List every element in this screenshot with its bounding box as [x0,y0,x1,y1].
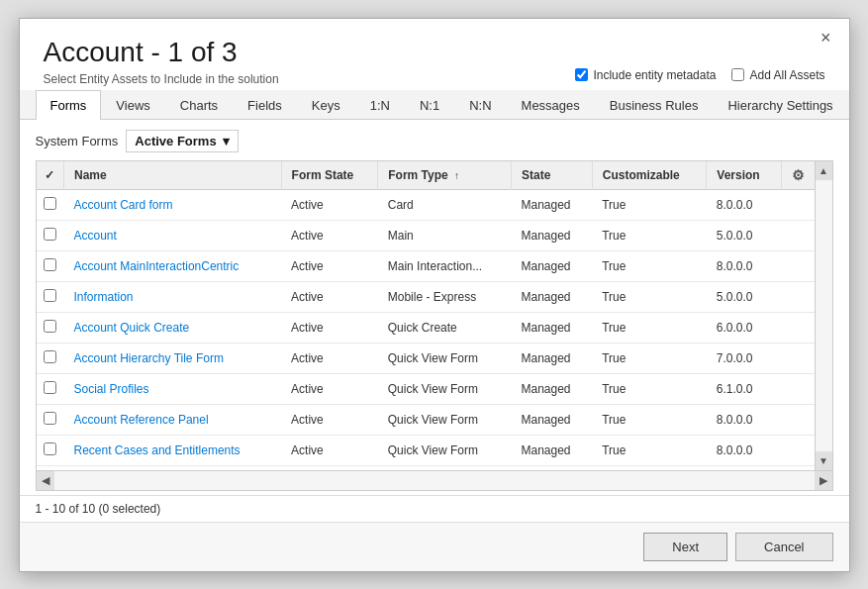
row-name-3: Information [64,281,282,312]
row-checkbox-8[interactable] [44,442,56,455]
row-checkbox-2[interactable] [44,258,56,271]
table-row: Account Reference Panel Active Quick Vie… [37,404,815,435]
tab-views[interactable]: Views [101,90,164,120]
col-form-state[interactable]: Form State [281,161,378,190]
row-name-link-6[interactable]: Social Profiles [74,382,149,396]
row-name-link-2[interactable]: Account MainInteractionCentric [74,259,240,273]
row-name-link-3[interactable]: Information [74,290,134,304]
row-checkbox-4[interactable] [44,320,56,333]
row-name-0: Account Card form [64,189,282,220]
table-row: Account Hierarchy Tile Form Active Quick… [37,343,815,373]
table-inner[interactable]: ✓ Name Form State Form Type ↑ State Cust… [36,160,816,471]
scroll-left-button[interactable]: ◀ [37,471,54,490]
row-name-link-0[interactable]: Account Card form [74,198,173,212]
row-settings-8 [781,435,815,465]
row-checkbox-cell[interactable] [37,189,64,220]
scroll-right-button[interactable]: ▶ [815,471,832,490]
row-customizable-5: True [592,343,707,373]
add-all-assets-text: Add All Assets [749,68,824,82]
row-name-link-1[interactable]: Account [74,229,117,243]
row-customizable-4: True [592,312,707,343]
tab-hierarchy-settings[interactable]: Hierarchy Settings [713,90,847,120]
tab-forms[interactable]: Forms [36,90,102,120]
row-name-2: Account MainInteractionCentric [64,250,282,281]
row-checkbox-3[interactable] [44,289,56,302]
scroll-up-button[interactable]: ▲ [816,161,832,180]
row-form-state-1: Active [281,220,378,250]
tab-charts[interactable]: Charts [165,90,233,120]
row-name-link-7[interactable]: Account Reference Panel [74,413,209,427]
row-customizable-1: True [592,220,707,250]
row-settings-5 [781,343,815,373]
row-version-6: 6.1.0.0 [707,373,781,404]
row-name-5: Account Hierarchy Tile Form [64,343,282,373]
dialog-options: Include entity metadata Add All Assets [20,68,849,90]
scroll-down-button[interactable]: ▼ [816,451,832,470]
scroll-track[interactable] [54,473,815,487]
col-check[interactable]: ✓ [37,161,64,190]
col-settings[interactable]: ⚙ [781,161,815,190]
include-metadata-label[interactable]: Include entity metadata [575,68,716,82]
row-name-link-4[interactable]: Account Quick Create [74,321,190,335]
forms-table: ✓ Name Form State Form Type ↑ State Cust… [37,161,815,466]
tab-fields[interactable]: Fields [233,90,297,120]
row-checkbox-cell[interactable] [37,281,64,312]
row-form-type-8: Quick View Form [378,435,512,465]
col-customizable[interactable]: Customizable [592,161,707,190]
row-settings-6 [781,373,815,404]
add-all-assets-label[interactable]: Add All Assets [731,68,824,82]
row-version-4: 6.0.0.0 [707,312,781,343]
row-state-3: Managed [511,281,592,312]
filter-dropdown-label: Active Forms [135,134,216,148]
row-customizable-3: True [592,281,707,312]
row-settings-0 [781,189,815,220]
row-state-4: Managed [511,312,592,343]
row-state-1: Managed [511,220,592,250]
tab-1n[interactable]: 1:N [355,90,405,120]
active-forms-dropdown[interactable]: Active Forms ▾ [126,130,238,152]
status-text: 1 - 10 of 10 (0 selected) [36,502,161,516]
row-checkbox-cell[interactable] [37,435,64,465]
row-checkbox-6[interactable] [44,381,56,394]
row-name-link-8[interactable]: Recent Cases and Entitlements [74,443,241,457]
row-checkbox-0[interactable] [44,197,56,210]
row-checkbox-5[interactable] [44,350,56,363]
col-form-type[interactable]: Form Type ↑ [378,161,512,190]
next-button[interactable]: Next [643,533,727,561]
tab-business-rules[interactable]: Business Rules [595,90,714,120]
row-form-state-5: Active [281,343,378,373]
table-scroll-area: ✓ Name Form State Form Type ↑ State Cust… [36,160,833,471]
col-version[interactable]: Version [707,161,781,190]
table-row: Information Active Mobile - Express Mana… [37,281,815,312]
row-version-3: 5.0.0.0 [707,281,781,312]
row-form-type-1: Main [378,220,512,250]
close-button[interactable]: × [815,27,837,49]
tab-keys[interactable]: Keys [297,90,355,120]
tab-nn[interactable]: N:N [454,90,506,120]
footer: Next Cancel [20,522,849,571]
row-checkbox-cell[interactable] [37,343,64,373]
row-checkbox-1[interactable] [44,228,56,241]
tab-n1[interactable]: N:1 [405,90,454,120]
tab-messages[interactable]: Messages [507,90,595,120]
row-checkbox-cell[interactable] [37,373,64,404]
row-name-4: Account Quick Create [64,312,282,343]
row-customizable-2: True [592,250,707,281]
add-all-assets-checkbox[interactable] [731,68,744,81]
cancel-button[interactable]: Cancel [735,533,832,561]
dropdown-chevron-icon: ▾ [223,134,230,148]
row-checkbox-7[interactable] [44,412,56,425]
row-name-link-5[interactable]: Account Hierarchy Tile Form [74,351,224,365]
row-checkbox-cell[interactable] [37,312,64,343]
col-state[interactable]: State [511,161,592,190]
row-checkbox-cell[interactable] [37,220,64,250]
row-checkbox-cell[interactable] [37,250,64,281]
table-body: Account Card form Active Card Managed Tr… [37,189,815,465]
settings-gear-icon[interactable]: ⚙ [792,167,805,183]
include-metadata-checkbox[interactable] [575,68,588,81]
dialog-title: Account - 1 of 3 [44,37,825,68]
row-name-8: Recent Cases and Entitlements [64,435,282,465]
row-checkbox-cell[interactable] [37,404,64,435]
row-form-type-4: Quick Create [378,312,512,343]
col-name[interactable]: Name [64,161,282,190]
